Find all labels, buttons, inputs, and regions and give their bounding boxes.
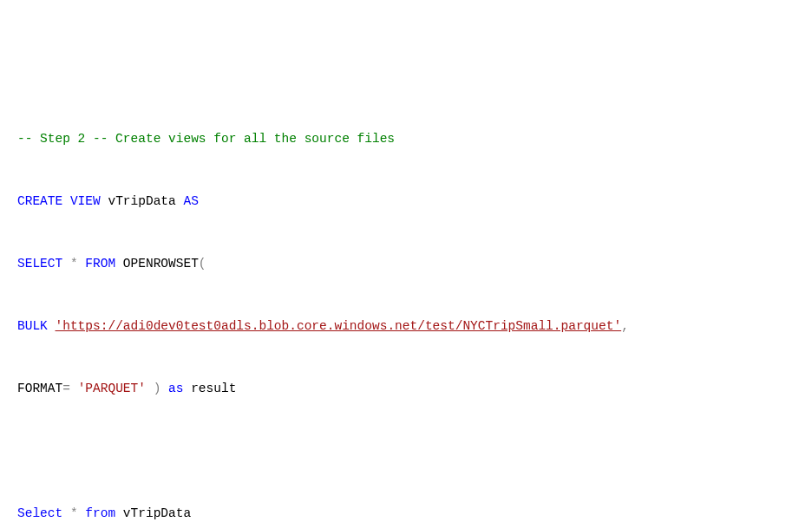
- close-paren: ): [154, 382, 161, 395]
- kw-as: AS: [183, 194, 198, 208]
- kw-format: FORMAT: [17, 382, 62, 395]
- string-url: 'https://adi0dev0test0adls.blob.core.win…: [56, 319, 622, 333]
- id-vtripdata: vTripData: [108, 194, 175, 208]
- id-result: result: [191, 382, 236, 395]
- open-paren: (: [199, 257, 206, 271]
- code-line[interactable]: SELECT * FROM OPENROWSET(: [0, 253, 812, 274]
- blank-line[interactable]: [0, 440, 812, 461]
- string-parquet: 'PARQUET': [78, 382, 146, 395]
- kw-bulk: BULK: [17, 319, 48, 333]
- code-line[interactable]: Select * from vTripData: [0, 503, 812, 522]
- kw-select: Select: [17, 506, 62, 520]
- kw-create: CREATE: [17, 194, 62, 208]
- code-line[interactable]: BULK 'https://adi0dev0test0adls.blob.cor…: [0, 316, 812, 336]
- kw-select: SELECT: [17, 257, 62, 271]
- fn-openrowset: OPENROWSET: [123, 257, 199, 271]
- kw-as: as: [168, 382, 183, 395]
- sql-editor[interactable]: -- Step 2 -- Create views for all the so…: [0, 87, 812, 522]
- star: *: [70, 506, 78, 520]
- kw-view: VIEW: [70, 194, 101, 208]
- comma: ,: [621, 319, 629, 333]
- star: *: [70, 257, 78, 271]
- kw-from: from: [85, 506, 115, 520]
- comment-step2: -- Step 2 -- Create views for all the so…: [17, 132, 395, 146]
- eq: =: [62, 382, 70, 395]
- code-line[interactable]: -- Step 2 -- Create views for all the so…: [0, 128, 812, 149]
- id-vtripdata: vTripData: [123, 506, 191, 520]
- code-line[interactable]: FORMAT= 'PARQUET' ) as result: [0, 378, 812, 399]
- kw-from: FROM: [85, 257, 115, 271]
- code-line[interactable]: CREATE VIEW vTripData AS: [0, 191, 812, 212]
